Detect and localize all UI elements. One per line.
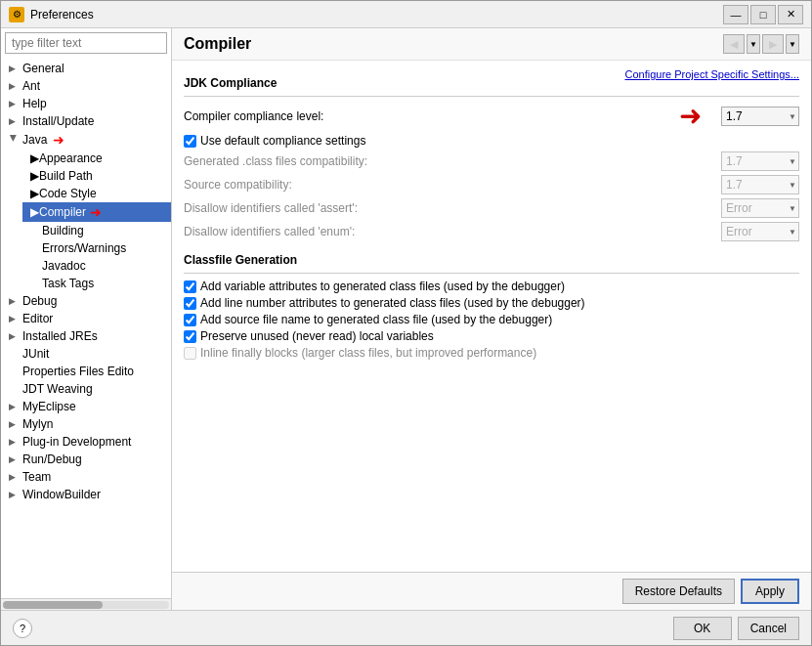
java-annotation-arrow: ➜ — [53, 132, 64, 148]
arrow-icon: ▶ — [9, 135, 19, 145]
nav-back-dropdown[interactable]: ▼ — [747, 34, 760, 54]
cb3-checkbox[interactable] — [184, 314, 196, 326]
nav-forward-button[interactable]: ▶ — [762, 34, 784, 54]
arrow-icon: ▶ — [30, 187, 39, 200]
window-controls: — □ ✕ — [723, 5, 803, 24]
disallow-enum-select[interactable]: Error — [721, 222, 799, 241]
cb1-checkbox[interactable] — [184, 280, 196, 293]
disallow-assert-select-wrapper: Error — [721, 198, 799, 218]
sidebar-item-label: JUnit — [22, 347, 49, 361]
sidebar-item-compiler[interactable]: ▶ Compiler ➜ — [22, 202, 171, 222]
sidebar-item-install-update[interactable]: ▶ Install/Update — [1, 112, 171, 130]
sidebar-item-mylyn[interactable]: ▶ Mylyn — [1, 415, 171, 433]
nav-back-button[interactable]: ◀ — [723, 34, 745, 54]
cancel-button[interactable]: Cancel — [738, 617, 799, 640]
sidebar-item-building[interactable]: Building — [34, 222, 171, 239]
sidebar-item-code-style[interactable]: ▶ Code Style — [22, 185, 171, 202]
generated-class-label: Generated .class files compatibility: — [184, 154, 721, 168]
sidebar-item-ant[interactable]: ▶ Ant — [1, 77, 171, 95]
sidebar-item-label: Editor — [22, 312, 53, 325]
sidebar-item-jdt-weaving[interactable]: ▶ JDT Weaving — [1, 380, 171, 398]
maximize-button[interactable]: □ — [750, 5, 776, 24]
disallow-assert-label: Disallow identifiers called 'assert': — [184, 201, 721, 215]
sidebar-item-editor[interactable]: ▶ Editor — [1, 310, 171, 327]
sidebar-item-javadoc[interactable]: Javadoc — [34, 257, 171, 275]
sidebar-item-junit[interactable]: ▶ JUnit — [1, 345, 171, 363]
sidebar-item-run-debug[interactable]: ▶ Run/Debug — [1, 451, 171, 468]
help-button[interactable]: ? — [13, 619, 32, 638]
sidebar-item-label: MyEclipse — [22, 400, 76, 413]
sidebar-item-label: Building — [42, 224, 84, 237]
generated-class-row: Generated .class files compatibility: 1.… — [184, 151, 799, 171]
sidebar-item-build-path[interactable]: ▶ Build Path — [22, 167, 171, 185]
apply-button[interactable]: Apply — [741, 579, 799, 604]
sidebar-item-appearance[interactable]: ▶ Appearance — [22, 150, 171, 167]
disallow-enum-label: Disallow identifiers called 'enum': — [184, 225, 721, 238]
sidebar-item-label: General — [22, 62, 64, 75]
use-default-checkbox[interactable] — [184, 135, 196, 148]
scrollbar-thumb — [3, 601, 103, 609]
cb4-checkbox[interactable] — [184, 330, 196, 343]
sidebar-item-properties-files[interactable]: ▶ Properties Files Edito — [1, 363, 171, 380]
cb3-label[interactable]: Add source file name to generated class … — [200, 313, 552, 326]
minimize-button[interactable]: — — [723, 5, 748, 24]
arrow-icon: ▶ — [30, 205, 39, 219]
restore-defaults-button[interactable]: Restore Defaults — [622, 579, 735, 604]
use-default-label[interactable]: Use default compliance settings — [200, 134, 365, 148]
main-footer: Restore Defaults Apply — [172, 572, 811, 610]
arrow-icon: ▶ — [9, 419, 19, 429]
sidebar-grandchild-building: Building — [1, 222, 171, 239]
sidebar-item-label: JDT Weaving — [22, 382, 93, 396]
sidebar-item-debug[interactable]: ▶ Debug — [1, 292, 171, 310]
sidebar-item-installed-jres[interactable]: ▶ Installed JREs — [1, 327, 171, 345]
sidebar-grandchild-task-tags: Task Tags — [1, 275, 171, 292]
filter-input[interactable] — [5, 32, 167, 54]
sidebar-item-errors-warnings[interactable]: Errors/Warnings — [34, 239, 171, 257]
source-compat-row: Source compatibility: 1.7 — [184, 175, 799, 194]
arrow-icon: ▶ — [9, 116, 19, 126]
sidebar-item-java[interactable]: ▶ Java ➜ — [1, 130, 171, 150]
sidebar-item-label: Code Style — [39, 187, 97, 200]
window-title: Preferences — [30, 8, 94, 22]
source-compat-select[interactable]: 1.7 — [721, 175, 799, 194]
sidebar-scrollbar[interactable] — [1, 598, 171, 610]
tree: ▶ General ▶ Ant ▶ Help ▶ Install/Update — [1, 58, 171, 598]
cb1-row: Add variable attributes to generated cla… — [184, 280, 799, 293]
arrow-icon: ▶ — [9, 314, 19, 323]
cb1-label[interactable]: Add variable attributes to generated cla… — [200, 280, 565, 293]
sidebar-item-label: Build Path — [39, 169, 93, 183]
main-body: Configure Project Specific Settings... J… — [172, 61, 811, 572]
source-compat-select-wrapper: 1.7 — [721, 175, 799, 194]
sidebar-item-myeclipse[interactable]: ▶ MyEclipse — [1, 398, 171, 415]
cb5-checkbox[interactable] — [184, 347, 196, 360]
ok-button[interactable]: OK — [673, 617, 732, 640]
sidebar-item-window-builder[interactable]: ▶ WindowBuilder — [1, 486, 171, 503]
sidebar-item-label: Installed JREs — [22, 329, 98, 343]
close-button[interactable]: ✕ — [778, 5, 803, 24]
compliance-level-select[interactable]: 1.11.21.31.41.51.61.7 — [721, 107, 799, 126]
sidebar-item-task-tags[interactable]: Task Tags — [34, 275, 171, 292]
sidebar-item-help[interactable]: ▶ Help — [1, 95, 171, 112]
sidebar-item-label: Appearance — [39, 151, 103, 165]
disallow-assert-select[interactable]: Error — [721, 198, 799, 218]
section-divider — [184, 96, 799, 97]
sidebar-item-general[interactable]: ▶ General — [1, 60, 171, 77]
nav-forward-dropdown[interactable]: ▼ — [786, 34, 799, 54]
sidebar-item-label: Plug-in Development — [22, 435, 131, 449]
sidebar-item-label: WindowBuilder — [22, 488, 101, 501]
cb4-row: Preserve unused (never read) local varia… — [184, 329, 799, 343]
cb4-label[interactable]: Preserve unused (never read) local varia… — [200, 329, 434, 343]
classfile-generation-title: Classfile Generation — [184, 253, 799, 267]
sidebar-item-plugin-development[interactable]: ▶ Plug-in Development — [1, 433, 171, 451]
arrow-icon: ▶ — [9, 99, 19, 108]
cb2-label[interactable]: Add line number attributes to generated … — [200, 296, 585, 310]
page-title: Compiler — [184, 35, 251, 53]
compiler-annotation-arrow: ➜ — [90, 204, 102, 220]
generated-class-select[interactable]: 1.7 — [721, 151, 799, 171]
sidebar-item-label: Task Tags — [42, 277, 94, 290]
configure-project-link[interactable]: Configure Project Specific Settings... — [624, 68, 799, 80]
sidebar-item-label: Java — [22, 133, 47, 147]
cb5-label[interactable]: Inline finally blocks (larger class file… — [200, 346, 536, 360]
sidebar-item-team[interactable]: ▶ Team — [1, 468, 171, 486]
cb2-checkbox[interactable] — [184, 297, 196, 310]
